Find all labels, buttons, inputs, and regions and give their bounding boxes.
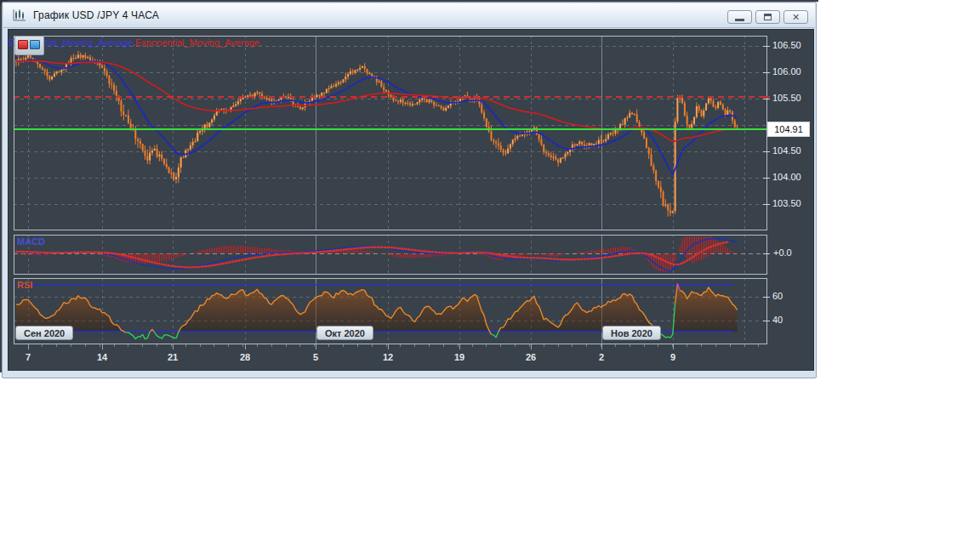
restore-icon [764,14,772,20]
title-bar[interactable]: График USD /JPY 4 ЧАСА ✕ [3,3,815,28]
close-button[interactable]: ✕ [783,10,808,24]
page: График USD /JPY 4 ЧАСА ✕ Exponential_Mov… [0,0,980,551]
close-icon: ✕ [792,13,800,22]
chart-icon [12,9,27,22]
window-controls: ✕ [727,10,808,24]
chart-canvas[interactable] [7,28,813,370]
minimize-icon [735,19,744,21]
restore-button[interactable] [755,10,780,24]
window-title: График USD /JPY 4 ЧАСА [33,9,159,21]
minimize-button[interactable] [727,10,752,24]
